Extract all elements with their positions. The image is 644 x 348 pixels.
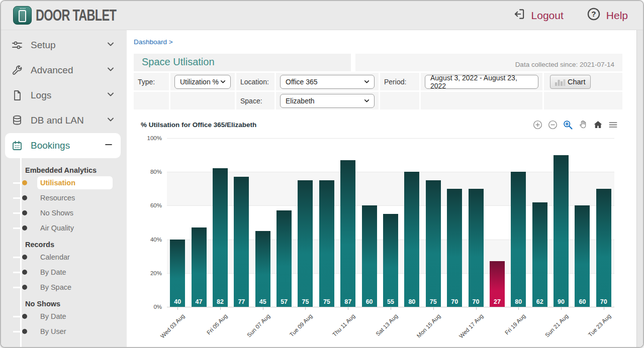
chevron-down-icon (106, 64, 116, 77)
chart-bar[interactable]: 60 (575, 205, 590, 307)
type-select[interactable]: Utilization % (174, 75, 231, 89)
chart-bar-highlight[interactable]: 27 (490, 261, 505, 307)
chart-bar[interactable]: 60 (362, 205, 377, 307)
x-axis-tick (348, 307, 348, 310)
x-axis-tick (220, 307, 221, 310)
chart-bar[interactable]: 77 (234, 177, 249, 307)
logout-button[interactable]: Logout (513, 8, 564, 23)
bar-value-label: 75 (298, 298, 313, 305)
submenu-item-resources[interactable]: Resources (1, 190, 127, 205)
x-axis-tick-label: Sat 13 Aug (363, 313, 399, 348)
y-axis-tick-label: 0% (136, 304, 162, 310)
period-input[interactable]: August 3, 2022 - August 23, 2022 (425, 75, 538, 89)
sidebar-item-bookings[interactable]: Bookings (5, 133, 121, 158)
x-axis-tick-label: Fri 05 Aug (193, 313, 229, 348)
x-axis-tick-label: Fri 19 Aug (491, 313, 527, 348)
vertical-scrollbar[interactable] (636, 30, 643, 347)
chart-bar[interactable]: 87 (340, 160, 355, 307)
bar-value-label: 80 (511, 298, 526, 305)
submenu-item-calendar[interactable]: Calendar (1, 250, 127, 265)
page-title: Space Utlisation (134, 54, 351, 71)
type-label: Type: (134, 73, 169, 90)
submenu-item-by-space[interactable]: By Space (1, 280, 127, 295)
location-select[interactable]: Office 365 (280, 75, 375, 89)
sidebar-item-label: Setup (31, 40, 98, 51)
help-icon: ? (587, 7, 601, 24)
sidebar-item-label: Bookings (31, 140, 96, 151)
chart-bar[interactable]: 75 (298, 180, 313, 307)
document-icon (11, 89, 23, 101)
bar-value-label: 70 (469, 298, 484, 305)
bookings-submenu: Embedded Analytics Utilisation Resources… (1, 158, 127, 347)
menu-icon[interactable] (608, 120, 618, 130)
bullet-icon (22, 225, 27, 230)
submenu-item-label: Air Quality (40, 224, 74, 232)
space-select[interactable]: Elizabeth (280, 94, 375, 108)
chevron-down-icon (106, 39, 116, 52)
submenu-item-by-user[interactable]: By User (1, 324, 127, 339)
submenu-item-air-quality[interactable]: Air Quality (1, 220, 127, 236)
chart-bar[interactable]: 57 (277, 210, 292, 307)
chart-bar[interactable]: 55 (383, 214, 398, 307)
submenu-item-noshows-by-date[interactable]: By Date (1, 309, 127, 324)
sidebar-item-setup[interactable]: Setup (1, 33, 127, 58)
pan-hand-icon[interactable] (578, 120, 588, 130)
chart-bar[interactable]: 90 (554, 155, 569, 307)
chart-bar[interactable]: 75 (319, 180, 334, 307)
bullet-icon (22, 210, 27, 215)
chart-bar[interactable]: 70 (596, 189, 611, 307)
help-label: Help (606, 10, 628, 22)
x-axis-tick-label: Wed 17 Aug (448, 313, 484, 348)
chart-bar[interactable]: 47 (192, 227, 207, 307)
space-label: Space: (236, 92, 274, 109)
submenu-section-header: Embedded Analytics (25, 166, 127, 174)
zoom-in-icon[interactable] (532, 120, 543, 130)
x-axis-tick-label: Tue 23 Aug (577, 313, 612, 348)
chart-bar[interactable]: 62 (532, 202, 547, 307)
data-collected-since: Data collected since: 2021-07-14 (355, 54, 622, 71)
bar-value-label: 45 (255, 298, 270, 305)
chevron-down-icon (363, 97, 370, 104)
bullet-icon (22, 285, 27, 290)
chart-bar[interactable]: 70 (469, 189, 484, 307)
plot-area: 0%20%40%60%80%100%40Wed 03 Aug4782Fri 05… (167, 138, 614, 307)
logout-icon (513, 8, 526, 23)
chart-toolbar (532, 120, 618, 130)
wrench-icon (11, 64, 23, 76)
bar-value-label: 62 (532, 298, 547, 305)
zoom-out-icon[interactable] (547, 120, 558, 130)
home-icon[interactable] (593, 120, 603, 130)
bullet-icon (22, 314, 27, 319)
submenu-item-by-date[interactable]: By Date (1, 265, 127, 280)
bar-value-label: 90 (554, 298, 569, 305)
chart-bar[interactable]: 80 (511, 172, 526, 307)
bullet-icon (22, 329, 27, 334)
x-axis-tick-label: Mon 15 Aug (406, 313, 442, 348)
logout-label: Logout (531, 10, 564, 22)
chart-bar[interactable]: 80 (404, 172, 419, 307)
location-label: Location: (236, 73, 274, 90)
chart-bar[interactable]: 82 (213, 168, 228, 307)
sidebar-item-advanced[interactable]: Advanced (1, 58, 127, 83)
y-axis-tick-label: 40% (136, 237, 162, 243)
chart-button[interactable]: Chart (550, 75, 591, 89)
submenu-item-label: By Space (40, 283, 71, 291)
sidebar-item-logs[interactable]: Logs (1, 83, 127, 108)
chart-bar[interactable]: 75 (426, 180, 441, 307)
bar-value-label: 75 (319, 298, 334, 305)
header-actions: Logout ? Help (513, 7, 628, 24)
chevron-down-icon (363, 78, 370, 85)
submenu-item-label: By User (40, 327, 66, 335)
submenu-item-utilisation[interactable]: Utilisation (1, 175, 127, 190)
x-axis-tick-label: Sun 21 Aug (534, 313, 570, 348)
sidebar-item-db-and-lan[interactable]: DB and LAN (1, 108, 127, 133)
chart-bar[interactable]: 45 (255, 231, 270, 307)
chart-title: % Utilsation for Office 365/Elizabeth (141, 121, 256, 129)
submenu-item-no-shows[interactable]: No Shows (1, 205, 127, 220)
breadcrumb-dashboard-link[interactable]: Dashboard (134, 38, 167, 46)
zoom-select-icon[interactable] (563, 120, 573, 130)
x-axis-tick-label: Wed 03 Aug (150, 313, 186, 348)
help-button[interactable]: ? Help (587, 7, 628, 24)
chart-bar[interactable]: 70 (447, 189, 462, 307)
chart-bar[interactable]: 40 (170, 240, 185, 307)
